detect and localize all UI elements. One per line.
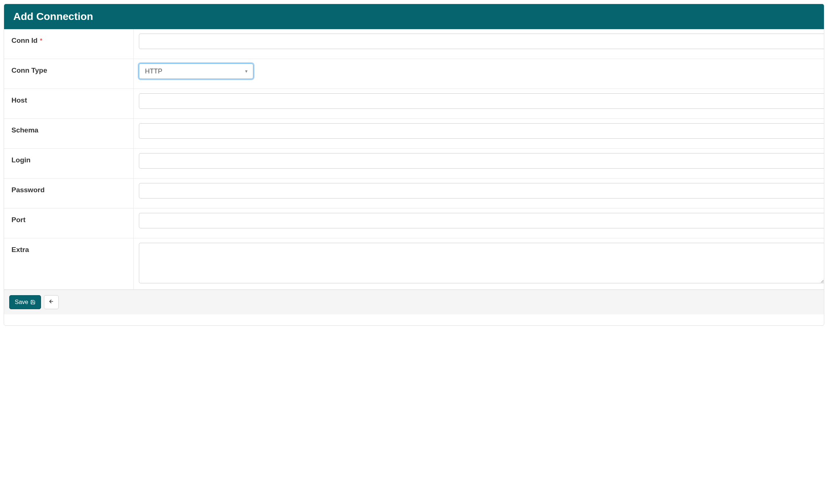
label-schema: Schema xyxy=(11,126,38,134)
save-button[interactable]: Save xyxy=(9,295,41,309)
row-login: Login xyxy=(4,149,824,179)
input-host[interactable] xyxy=(139,93,824,109)
label-login: Login xyxy=(11,156,31,164)
required-asterisk: * xyxy=(40,38,42,44)
row-host: Host xyxy=(4,89,824,119)
select-conn-type[interactable]: HTTP ▼ xyxy=(139,63,253,79)
row-conn-id: Conn Id * xyxy=(4,29,824,59)
back-button[interactable] xyxy=(44,295,59,309)
input-password[interactable] xyxy=(139,183,824,199)
label-conn-id: Conn Id xyxy=(11,37,38,44)
bottom-spacer xyxy=(4,314,824,325)
select-conn-type-value: HTTP xyxy=(145,68,162,75)
row-port: Port xyxy=(4,208,824,238)
save-icon xyxy=(30,300,35,305)
label-port: Port xyxy=(11,216,25,224)
label-conn-type: Conn Type xyxy=(11,66,47,74)
row-schema: Schema xyxy=(4,119,824,149)
input-schema[interactable] xyxy=(139,123,824,139)
chevron-down-icon: ▼ xyxy=(244,69,249,73)
input-login[interactable] xyxy=(139,153,824,169)
input-port[interactable] xyxy=(139,213,824,228)
save-button-label: Save xyxy=(15,299,28,305)
row-password: Password xyxy=(4,179,824,208)
panel-title: Add Connection xyxy=(4,4,824,29)
label-host: Host xyxy=(11,96,27,104)
connection-form: Conn Id * Conn Type HTTP ▼ Host xyxy=(4,29,824,290)
label-password: Password xyxy=(11,186,45,194)
input-conn-id[interactable] xyxy=(139,34,824,49)
input-extra[interactable] xyxy=(139,243,824,283)
row-extra: Extra xyxy=(4,238,824,290)
arrow-left-icon xyxy=(48,298,54,306)
label-extra: Extra xyxy=(11,246,29,253)
add-connection-panel: Add Connection Conn Id * Conn Type HTTP … xyxy=(4,4,824,326)
panel-footer: Save xyxy=(4,290,824,314)
row-conn-type: Conn Type HTTP ▼ xyxy=(4,59,824,89)
